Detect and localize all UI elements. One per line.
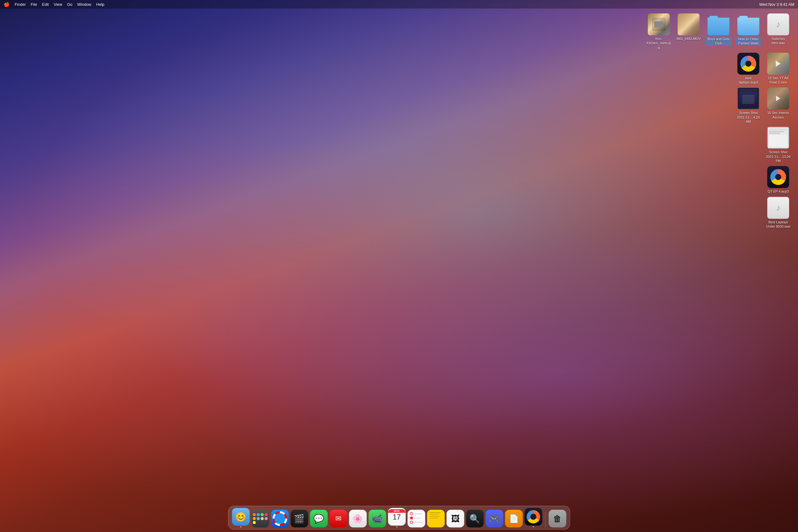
edit-menu[interactable]: Edit (42, 2, 49, 7)
dock-icon-preview: 🖼 (446, 510, 464, 528)
how-to-clean-label: How to Clean Painted Walls (736, 37, 761, 46)
dock-item-trash[interactable]: 🗑 (548, 510, 566, 528)
best-laptops-wav-icon-img: ♪ (767, 197, 789, 219)
dock-icon-proxyman: 🔍 (466, 510, 483, 528)
menu-bar-left: 🍎 Finder File Edit View Go Window Help (4, 1, 104, 7)
audacity-inner (740, 56, 756, 72)
dock-item-messages[interactable]: 💬 (310, 510, 327, 528)
dock-item-audacity[interactable] (525, 508, 542, 528)
dock-icon-pages: 📄 (505, 510, 522, 528)
best-laptops-wav-icon: ♪ (767, 197, 789, 219)
15sec-interior-label: 15 Sec Interior Ad.mov (766, 111, 791, 119)
screenshot-2-label: Screen Shot 2021-11-...13.04 PM (766, 150, 791, 163)
boys-girls-club-icon-img (707, 14, 729, 35)
qt-ep4-audacity-inner (770, 169, 786, 185)
switches-intro-icon-img: ♪ (767, 14, 789, 35)
dock-icon-facetime: 📹 (368, 510, 386, 528)
icon-row-5: QT EP 4.aup3 (645, 165, 792, 195)
best-laptops-wav-label: Best Laptops Under $500.wav (766, 220, 791, 229)
dock-item-photos[interactable]: 🌸 (349, 510, 366, 528)
dock-item-safari[interactable] (271, 510, 288, 528)
desktop-icon-screenshot-2[interactable]: Screen Shot 2021-11-...13.04 PM (764, 126, 792, 164)
help-menu[interactable]: Help (96, 2, 104, 7)
icon-row-4: Screen Shot 2021-11-...13.04 PM (645, 126, 792, 164)
desktop-icon-img6483[interactable]: IMG_6483.MOV (675, 12, 702, 51)
dock-icon-discord: 🎮 (486, 510, 503, 528)
desktop-icon-qt-ep4[interactable]: QT EP 4.aup3 (764, 165, 792, 195)
window-menu[interactable]: Window (77, 2, 91, 7)
desktop-icon-15sec-interior[interactable]: 15 Sec Interior Ad.mov (764, 86, 792, 125)
dock-dot-calendar (396, 526, 397, 528)
dock: 😊 (228, 506, 570, 530)
desktop-icons: Kim-Kitchen...inets.jpg IMG_6483.MOV (645, 12, 792, 230)
dock-dot-finder (240, 526, 241, 528)
dock-icon-launchpad (251, 510, 269, 528)
desktop-icon-kim-kitchen[interactable]: Kim-Kitchen...inets.jpg (645, 12, 672, 51)
go-menu[interactable]: Go (67, 2, 72, 7)
screenshot-2-icon-img (767, 127, 789, 149)
dock-icon-finder: 😊 (232, 508, 250, 526)
dock-dot-audacity (533, 526, 534, 528)
dock-item-pages[interactable]: 📄 (505, 510, 522, 528)
dock-item-reminders[interactable] (407, 510, 425, 528)
boys-girls-club-label: Boys and Girls Club (706, 37, 731, 46)
15sec-yt-icon-img (767, 53, 789, 75)
kim-kitchen-label: Kim-Kitchen...inets.jpg (646, 37, 671, 50)
desktop-icon-best-laptops-aup[interactable]: best laptops.aup3 (735, 52, 762, 86)
icon-row-1: Kim-Kitchen...inets.jpg IMG_6483.MOV (645, 12, 792, 51)
dock-container: 😊 (228, 506, 570, 530)
desktop: 🍎 Finder File Edit View Go Window Help W… (0, 0, 798, 532)
dock-icon-spark: ✉ (329, 510, 347, 528)
img6483-icon-img (678, 14, 700, 35)
dock-item-facetime[interactable]: 📹 (368, 510, 386, 528)
kitchen-thumbnail (648, 14, 670, 35)
icon-row-6: ♪ Best Laptops Under $500.wav (645, 196, 792, 230)
desktop-icon-15sec-yt[interactable]: 15 Sec YT Ad Final 2.mov (764, 52, 792, 86)
15sec-yt-label: 15 Sec YT Ad Final 2.mov (766, 76, 791, 85)
icon-row-3: Screen Shot 2021-11-...4.26 AM 15 Sec In… (645, 86, 792, 125)
view-menu[interactable]: View (54, 2, 62, 7)
menu-bar: 🍎 Finder File Edit View Go Window Help W… (0, 0, 798, 8)
kim-kitchen-icon-img (648, 14, 670, 35)
desktop-icon-boys-girls-club[interactable]: Boys and Girls Club (705, 12, 732, 51)
dock-item-preview[interactable]: 🖼 (446, 510, 464, 528)
desktop-icon-switches-intro[interactable]: ♪ Switches intro.wav (764, 12, 792, 51)
dock-icon-reminders (407, 510, 425, 528)
file-menu[interactable]: File (31, 2, 37, 7)
qt-ep4-audacity-icon (767, 166, 789, 188)
switches-intro-label: Switches intro.wav (766, 37, 791, 45)
dock-item-launchpad[interactable] (251, 510, 269, 528)
qt-ep4-label: QT EP 4.aup3 (767, 189, 788, 193)
date-time: Wed Nov 3 9:41 AM (759, 2, 794, 7)
img6483-label: IMG_6483.MOV (677, 37, 701, 41)
dock-icon-calendar: NOV 17 (388, 508, 405, 526)
dock-item-discord[interactable]: 🎮 (486, 510, 503, 528)
desktop-icon-screenshot-1[interactable]: Screen Shot 2021-11-...4.26 AM (735, 86, 762, 125)
best-laptops-aup-label: best laptops.aup3 (736, 76, 761, 85)
finder-menu[interactable]: Finder (15, 2, 26, 7)
how-to-clean-icon-img (737, 14, 759, 35)
yt-thumbnail (767, 53, 789, 75)
room-thumbnail (678, 14, 700, 35)
dock-item-spark[interactable]: ✉ (329, 510, 347, 528)
icon-row-2: best laptops.aup3 15 Sec YT Ad Final 2.m… (645, 52, 792, 86)
best-laptops-aup-icon-img (737, 53, 759, 75)
dock-icon-fcpx: 🎬 (290, 510, 308, 528)
audacity-icon (737, 53, 759, 75)
15sec-interior-icon-img (767, 88, 789, 109)
dock-item-fcpx[interactable]: 🎬 (290, 510, 308, 528)
wav-icon: ♪ (767, 14, 789, 35)
dock-icon-trash: 🗑 (548, 510, 566, 528)
screenshot-1-label: Screen Shot 2021-11-...4.26 AM (736, 111, 761, 124)
desktop-icon-best-laptops-wav[interactable]: ♪ Best Laptops Under $500.wav (764, 196, 792, 230)
desktop-icon-how-to-clean[interactable]: How to Clean Painted Walls (735, 12, 762, 51)
screenshot-1-icon-img (737, 88, 759, 109)
dock-icon-notes (427, 510, 444, 528)
dock-item-finder[interactable]: 😊 (232, 508, 250, 528)
apple-menu[interactable]: 🍎 (4, 1, 10, 7)
dock-item-proxyman[interactable]: 🔍 (466, 510, 483, 528)
dock-item-calendar[interactable]: NOV 17 (388, 508, 405, 528)
dock-item-notes[interactable] (427, 510, 444, 528)
dock-icon-messages: 💬 (310, 510, 327, 528)
qt-ep4-icon-img (767, 166, 789, 188)
